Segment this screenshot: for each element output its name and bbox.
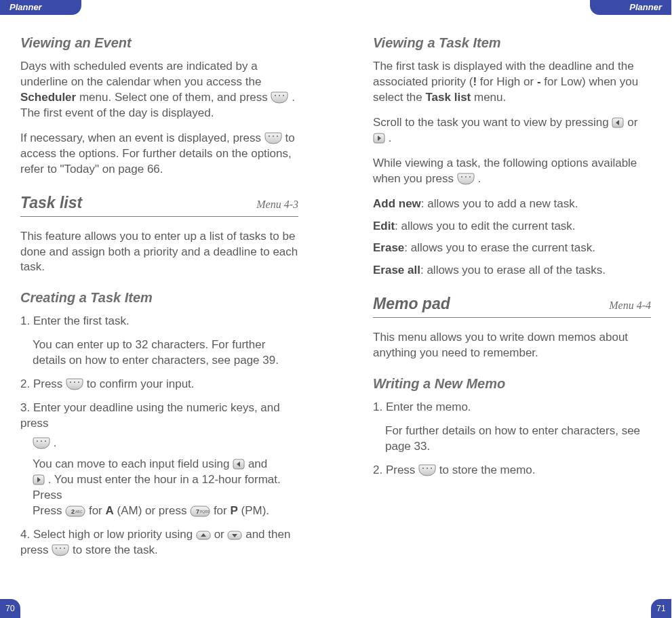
heading-viewing-event: Viewing an Event [20,34,298,52]
heading-task-list: Task list Menu 4-3 [20,192,298,217]
option-definitions: Add new: allows you to add a new task. E… [373,197,651,279]
softkey-left-icon [66,378,83,390]
key-2-icon [65,506,85,517]
arrow-up-icon [196,531,211,540]
page-right: Planner Viewing a Task Item The first ta… [336,0,671,618]
paragraph: Days with scheduled events are indicated… [20,59,298,121]
paragraph: This menu allows you to write down memos… [373,330,651,361]
softkey-right-icon [457,173,475,185]
arrow-left-icon [612,117,624,128]
softkey-left-icon [418,464,436,476]
paragraph: The first task is displayed with the dea… [373,59,651,106]
paragraph: This feature allows you to enter up a li… [20,229,298,276]
content-right: Viewing a Task Item The first task is di… [373,34,651,487]
header-tab-left: Planner [0,0,81,15]
header-tab-right: Planner [590,0,671,15]
heading-writing-memo: Writing a New Memo [373,375,651,393]
key-7-icon [190,506,210,517]
heading-memo-pad: Memo pad Menu 4-4 [373,293,651,318]
step-3-key: . [33,436,298,451]
arrow-left-icon [233,459,245,470]
def-edit: Edit: allows you to edit the current tas… [373,219,651,234]
def-add-new: Add new: allows you to add a new task. [373,197,651,212]
page-left: Planner Viewing an Event Days with sched… [0,0,336,618]
menu-ref: Menu 4-4 [609,298,651,313]
def-erase-all: Erase all: allows you to erase all of th… [373,263,651,279]
menu-ref: Menu 4-3 [256,197,298,212]
softkey-right-icon [264,132,282,144]
content-left: Viewing an Event Days with scheduled eve… [20,34,298,566]
softkey-left-icon [271,91,288,104]
def-erase: Erase: allows you to erase the current t… [373,241,651,256]
softkey-left-icon [52,544,69,556]
arrow-right-icon [33,474,45,485]
step-2: 2. Press to confirm your input. [20,377,298,392]
paragraph: If necessary, when an event is displayed… [20,131,298,178]
softkey-left-icon [33,437,50,449]
step-3: 3. Enter your deadline using the numeric… [20,400,298,432]
heading-viewing-task: Viewing a Task Item [373,34,651,52]
step-4: 4. Select high or low priority using or … [20,527,298,558]
arrow-down-icon [227,531,242,540]
step-3-note: You can move to each input field using a… [33,457,298,519]
page-number-left: 70 [0,599,20,618]
arrow-right-icon [373,133,385,144]
paragraph: Scroll to the task you want to view by p… [373,115,651,146]
step-1: 1. Enter the first task. [20,314,298,329]
step-1-note: For further details on how to enter char… [385,424,651,455]
heading-creating-task: Creating a Task Item [20,289,298,307]
paragraph: While viewing a task, the following opti… [373,156,651,187]
page-number-right: 71 [651,599,671,618]
step-2: 2. Press to store the memo. [373,463,651,478]
step-1: 1. Enter the memo. [373,400,651,415]
step-1-note: You can enter up to 32 characters. For f… [33,337,298,369]
